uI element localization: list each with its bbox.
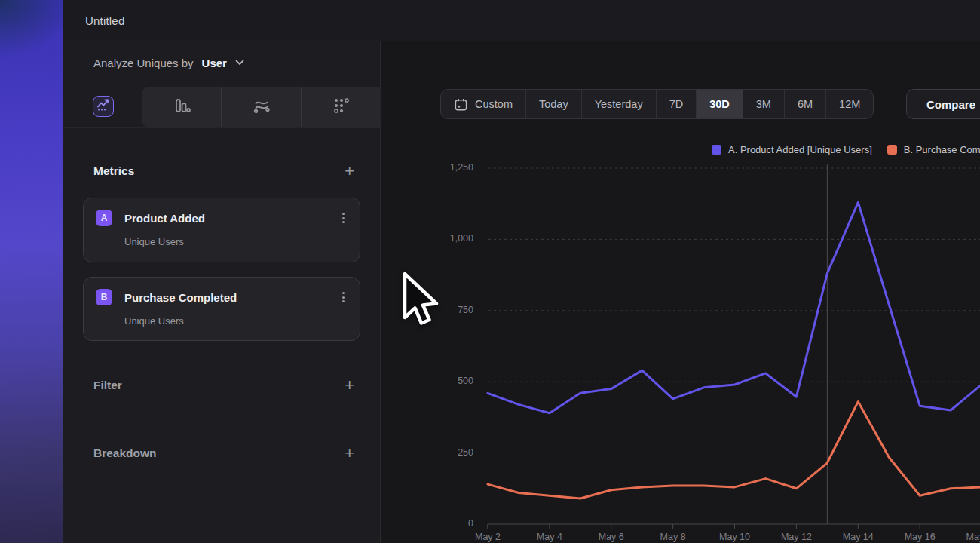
app-window: Untitled Analyze Uniques by User bbox=[0, 0, 980, 543]
add-filter-button[interactable]: + bbox=[345, 378, 354, 393]
tab-bar-chart[interactable] bbox=[142, 87, 221, 127]
y-tick-label: 250 bbox=[432, 447, 473, 458]
breakdown-title: Breakdown bbox=[93, 446, 157, 460]
line-chart-icon bbox=[96, 97, 111, 115]
flows-icon bbox=[253, 97, 271, 118]
metric-badge-b: B bbox=[96, 289, 112, 305]
add-breakdown-button[interactable]: + bbox=[345, 446, 354, 461]
y-tick-label: 500 bbox=[432, 376, 473, 386]
kebab-menu-icon[interactable] bbox=[339, 210, 348, 226]
mouse-cursor-icon bbox=[398, 272, 443, 336]
report-title[interactable]: Untitled bbox=[85, 14, 124, 27]
kebab-menu-icon[interactable] bbox=[339, 289, 348, 305]
metric-measure[interactable]: Unique Users bbox=[124, 315, 348, 327]
breakdown-row: Breakdown + bbox=[93, 443, 354, 464]
x-tick-label: May 8 bbox=[660, 532, 686, 542]
tab-line-chart[interactable] bbox=[93, 96, 114, 117]
left-gradient-strip bbox=[0, 0, 63, 543]
chart-panel: Custom Today Yesterday 7D 30D 3M 6M 12M … bbox=[381, 41, 980, 543]
x-tick-label: May 12 bbox=[781, 532, 812, 542]
chart-type-tabs bbox=[63, 84, 380, 128]
x-tick-label: May 2 bbox=[475, 532, 501, 542]
metric-name: Purchase Completed bbox=[124, 291, 339, 304]
y-tick-label: 0 bbox=[432, 518, 473, 529]
x-tick-label: May 18 bbox=[966, 532, 980, 542]
metric-card-b[interactable]: B Purchase Completed Unique Users bbox=[83, 277, 360, 341]
y-tick-label: 1,250 bbox=[432, 162, 473, 173]
analyze-prefix-label: Analyze Uniques by bbox=[93, 57, 194, 69]
metric-name: Product Added bbox=[124, 212, 339, 225]
metric-card-a[interactable]: A Product Added Unique Users bbox=[83, 198, 360, 262]
series-line bbox=[488, 402, 980, 499]
analyze-by-dropdown[interactable]: User bbox=[202, 57, 227, 69]
x-tick-label: May 6 bbox=[599, 532, 624, 542]
x-tick-label: May 14 bbox=[843, 532, 874, 542]
dots-grid-icon bbox=[332, 97, 351, 118]
x-tick-label: May 16 bbox=[905, 532, 936, 542]
top-bar: Untitled bbox=[63, 0, 980, 41]
tab-flows[interactable] bbox=[221, 87, 301, 127]
x-tick-label: May 4 bbox=[537, 532, 562, 542]
metrics-title: Metrics bbox=[93, 164, 134, 178]
chart-type-tab-group bbox=[142, 87, 381, 127]
metric-badge-a: A bbox=[96, 210, 112, 226]
sidebar: Analyze Uniques by User bbox=[63, 41, 381, 543]
x-tick-label: May 10 bbox=[719, 532, 750, 542]
y-tick-label: 1,000 bbox=[432, 233, 473, 244]
filter-title: Filter bbox=[93, 379, 122, 392]
analyze-uniques-row: Analyze Uniques by User bbox=[63, 41, 380, 84]
line-chart[interactable] bbox=[381, 41, 980, 543]
add-metric-button[interactable]: + bbox=[345, 164, 354, 179]
chevron-down-icon[interactable] bbox=[235, 60, 244, 66]
filter-row: Filter + bbox=[93, 375, 354, 396]
tab-dots-grid[interactable] bbox=[301, 87, 381, 127]
metrics-header-row: Metrics + bbox=[93, 161, 354, 182]
bar-chart-icon bbox=[173, 97, 191, 118]
metric-measure[interactable]: Unique Users bbox=[124, 236, 348, 247]
